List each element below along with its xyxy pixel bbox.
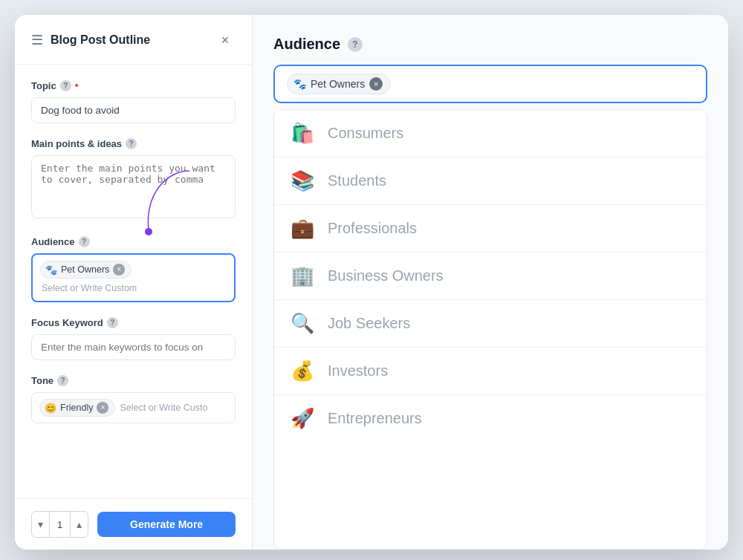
audience-search-box[interactable]: 🐾 Pet Owners × bbox=[273, 65, 707, 103]
qty-value: 1 bbox=[49, 512, 71, 537]
audience-help-icon[interactable]: ? bbox=[79, 236, 90, 247]
topic-input[interactable] bbox=[31, 97, 236, 123]
list-item[interactable]: 🛍️ Consumers bbox=[274, 110, 707, 157]
main-points-help-icon[interactable]: ? bbox=[126, 138, 137, 149]
required-indicator: • bbox=[75, 79, 79, 91]
audience-field-group: Audience ? 🐾 Pet Owners × Select or Writ… bbox=[31, 236, 236, 302]
audience-field[interactable]: 🐾 Pet Owners × Select or Write Custom bbox=[31, 253, 236, 302]
search-tag-emoji: 🐾 bbox=[293, 78, 306, 90]
business-owners-emoji: 🏢 bbox=[289, 264, 316, 287]
list-item[interactable]: 💰 Investors bbox=[274, 348, 707, 395]
audience-label: Audience ? bbox=[31, 236, 236, 247]
dropdown-header: Audience ? bbox=[273, 36, 707, 53]
quantity-stepper[interactable]: ▾ 1 ▴ bbox=[31, 511, 88, 538]
audience-dropdown-list: 🛍️ Consumers 📚 Students 💼 Professionals … bbox=[273, 109, 707, 550]
panel-footer: ▾ 1 ▴ Generate More bbox=[15, 498, 252, 550]
professionals-label: Professionals bbox=[328, 220, 417, 237]
remove-search-tag-button[interactable]: × bbox=[369, 77, 383, 91]
modal-container: ☰ Blog Post Outline × Topic ? • Main poi… bbox=[15, 15, 728, 550]
remove-pet-owners-button[interactable]: × bbox=[113, 264, 125, 276]
tone-field[interactable]: 😊 Friendly × Select or Write Custo bbox=[31, 392, 236, 423]
job-seekers-label: Job Seekers bbox=[328, 315, 410, 332]
audience-tags: 🐾 Pet Owners × bbox=[40, 261, 227, 279]
tone-label: Tone ? bbox=[31, 375, 236, 386]
tone-field-group: Tone ? 😊 Friendly × Select or Write Cust… bbox=[31, 375, 236, 423]
friendly-tag: 😊 Friendly × bbox=[39, 399, 115, 417]
panel-body: Topic ? • Main points & ideas ? Audience… bbox=[15, 65, 252, 498]
tone-help-icon[interactable]: ? bbox=[57, 375, 68, 386]
left-panel: ☰ Blog Post Outline × Topic ? • Main poi… bbox=[15, 15, 253, 550]
tag-emoji: 🐾 bbox=[45, 264, 57, 276]
qty-down-button[interactable]: ▾ bbox=[32, 512, 49, 537]
entrepreneurs-emoji: 🚀 bbox=[289, 407, 316, 430]
dropdown-title: Audience bbox=[273, 36, 340, 53]
tone-tag-emoji: 😊 bbox=[45, 403, 56, 414]
panel-header: ☰ Blog Post Outline × bbox=[15, 15, 252, 65]
focus-keyword-label: Focus Keyword ? bbox=[31, 317, 236, 328]
main-points-input[interactable] bbox=[31, 155, 236, 218]
entrepreneurs-label: Entrepreneurs bbox=[328, 410, 422, 427]
generate-button[interactable]: Generate More bbox=[97, 512, 236, 537]
tone-placeholder: Select or Write Custo bbox=[120, 403, 207, 413]
pet-owners-tag: 🐾 Pet Owners × bbox=[40, 261, 132, 279]
main-points-label: Main points & ideas ? bbox=[31, 138, 236, 149]
job-seekers-emoji: 🔍 bbox=[289, 312, 316, 335]
list-item[interactable]: 🚀 Entrepreneurs bbox=[274, 395, 707, 442]
close-button[interactable]: × bbox=[215, 30, 236, 51]
remove-friendly-button[interactable]: × bbox=[97, 402, 108, 414]
list-item[interactable]: 📚 Students bbox=[274, 157, 707, 205]
dropdown-help-icon[interactable]: ? bbox=[348, 37, 363, 52]
audience-placeholder: Select or Write Custom bbox=[40, 281, 227, 295]
business-owners-label: Business Owners bbox=[328, 267, 444, 284]
topic-help-icon[interactable]: ? bbox=[60, 80, 71, 91]
qty-up-button[interactable]: ▴ bbox=[71, 512, 88, 537]
consumers-label: Consumers bbox=[328, 125, 403, 142]
main-points-field-group: Main points & ideas ? bbox=[31, 138, 236, 221]
students-emoji: 📚 bbox=[289, 169, 316, 192]
professionals-emoji: 💼 bbox=[289, 217, 316, 240]
students-label: Students bbox=[328, 172, 386, 189]
consumers-emoji: 🛍️ bbox=[289, 122, 316, 145]
investors-label: Investors bbox=[328, 362, 388, 380]
tone-tag-label: Friendly bbox=[60, 403, 93, 413]
list-item[interactable]: 🏢 Business Owners bbox=[274, 253, 707, 300]
topic-label: Topic ? • bbox=[31, 79, 236, 91]
search-pet-owners-tag: 🐾 Pet Owners × bbox=[287, 74, 391, 94]
topic-field-group: Topic ? • bbox=[31, 79, 236, 123]
focus-keyword-help-icon[interactable]: ? bbox=[107, 317, 118, 328]
tag-label: Pet Owners bbox=[61, 264, 109, 275]
focus-keyword-input[interactable] bbox=[31, 334, 236, 360]
investors-emoji: 💰 bbox=[289, 359, 316, 382]
list-item[interactable]: 💼 Professionals bbox=[274, 205, 707, 253]
panel-title: Blog Post Outline bbox=[51, 33, 150, 47]
audience-dropdown-panel: Audience ? 🐾 Pet Owners × 🛍️ Consumers 📚… bbox=[253, 15, 728, 550]
search-tag-label: Pet Owners bbox=[311, 78, 365, 90]
outline-icon: ☰ bbox=[31, 32, 43, 48]
focus-keyword-field-group: Focus Keyword ? bbox=[31, 317, 236, 360]
list-item[interactable]: 🔍 Job Seekers bbox=[274, 300, 707, 348]
